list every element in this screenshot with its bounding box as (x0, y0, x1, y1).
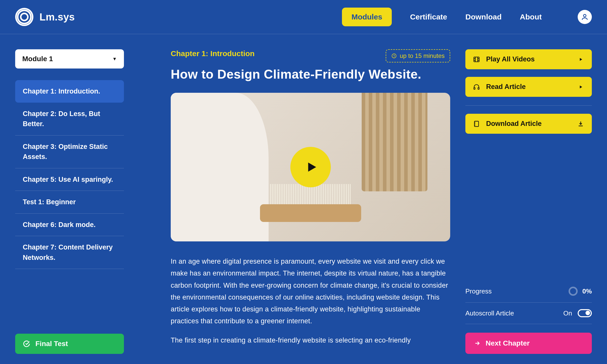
chapter-item[interactable]: Chapter 1: Introduction. (15, 80, 124, 103)
final-test-button[interactable]: Final Test (15, 334, 124, 354)
autoscroll-row: Autoscroll Article On (465, 303, 592, 324)
arrow-right-icon (474, 340, 481, 347)
app-header: Lm.sys Modules Certificate Download Abou… (0, 0, 607, 34)
progress-label: Progress (465, 287, 492, 295)
clock-icon (391, 53, 397, 59)
chevron-down-icon: ▼ (112, 56, 117, 62)
svg-rect-3 (474, 87, 475, 89)
play-small-icon (577, 83, 584, 90)
progress-value: 0% (582, 287, 592, 295)
module-select[interactable]: Module 1 ▼ (15, 49, 124, 69)
chapter-item[interactable]: Chapter 7: Content Delivery Networks. (15, 236, 124, 269)
autoscroll-toggle[interactable] (578, 309, 592, 317)
progress-indicator: 0% (569, 287, 592, 296)
download-article-button[interactable]: Download Article (465, 114, 592, 134)
chapter-item[interactable]: Chapter 6: Dark mode. (15, 214, 124, 236)
chapter-list: Chapter 1: Introduction. Chapter 2: Do L… (15, 80, 124, 329)
actions-panel: Play All Videos Read Article Download Ar… (465, 49, 592, 354)
user-avatar-button[interactable] (578, 10, 592, 24)
notebook-icon (473, 120, 480, 127)
divider (465, 105, 592, 106)
list-fade-overlay (15, 301, 124, 329)
play-all-videos-button[interactable]: Play All Videos (465, 49, 592, 69)
play-icon (305, 160, 318, 174)
page-title: How to Design Climate-Friendly Website. (171, 67, 450, 82)
user-icon (581, 13, 589, 21)
svg-point-0 (583, 14, 586, 17)
article-paragraph: In an age where digital presence is para… (171, 256, 450, 327)
spacer (465, 141, 592, 280)
headphones-icon (473, 83, 480, 90)
nav-download[interactable]: Download (465, 13, 502, 21)
chapter-header: Chapter 1: Introduction up to 15 minutes (171, 49, 450, 62)
film-icon (473, 56, 480, 63)
autoscroll-control: On (563, 309, 592, 317)
autoscroll-label: Autoscroll Article (465, 309, 514, 317)
play-button[interactable] (290, 147, 331, 187)
chapter-item[interactable]: Chapter 2: Do Less, But Better. (15, 103, 124, 135)
next-chapter-label: Next Chapter (486, 339, 530, 347)
video-bg-vase (362, 93, 427, 191)
article-body: In an age where digital presence is para… (171, 256, 450, 346)
brand[interactable]: Lm.sys (15, 8, 75, 26)
next-chapter-button[interactable]: Next Chapter (465, 333, 592, 354)
nav-about[interactable]: About (520, 13, 542, 21)
time-badge-text: up to 15 minutes (400, 52, 445, 59)
download-article-label: Download Article (486, 120, 542, 128)
video-bg-shape (171, 93, 269, 241)
read-article-button[interactable]: Read Article (465, 77, 592, 97)
video-thumbnail[interactable] (171, 93, 450, 241)
chapter-item[interactable]: Test 1: Beginner (15, 191, 124, 214)
autoscroll-state: On (563, 309, 572, 317)
final-test-label: Final Test (35, 340, 68, 348)
play-all-videos-label: Play All Videos (486, 55, 535, 63)
chapter-item[interactable]: Chapter 3: Optimize Static Assets. (15, 135, 124, 168)
nav-modules[interactable]: Modules (342, 8, 392, 26)
nav-certificate[interactable]: Certificate (410, 13, 447, 21)
progress-row: Progress 0% (465, 280, 592, 303)
article-paragraph: The first step in creating a climate-fri… (171, 334, 450, 346)
main-content: Chapter 1: Introduction up to 15 minutes… (156, 49, 465, 354)
play-small-icon (577, 56, 584, 63)
svg-rect-4 (478, 87, 479, 89)
check-circle-icon (23, 340, 30, 348)
main-layout: Module 1 ▼ Chapter 1: Introduction. Chap… (0, 34, 607, 354)
download-icon (577, 120, 584, 127)
progress-ring-icon (569, 287, 578, 296)
chapter-item[interactable]: Chapter 5: Use AI sparingly. (15, 168, 124, 191)
brand-logo-icon (15, 8, 33, 26)
module-select-value: Module 1 (22, 55, 53, 63)
brand-name: Lm.sys (39, 11, 75, 23)
top-nav: Modules Certificate Download About (342, 8, 592, 26)
sidebar: Module 1 ▼ Chapter 1: Introduction. Chap… (15, 49, 156, 354)
time-badge: up to 15 minutes (386, 49, 450, 62)
chapter-label: Chapter 1: Introduction (171, 49, 255, 58)
svg-rect-2 (474, 57, 479, 62)
read-article-label: Read Article (486, 83, 526, 91)
